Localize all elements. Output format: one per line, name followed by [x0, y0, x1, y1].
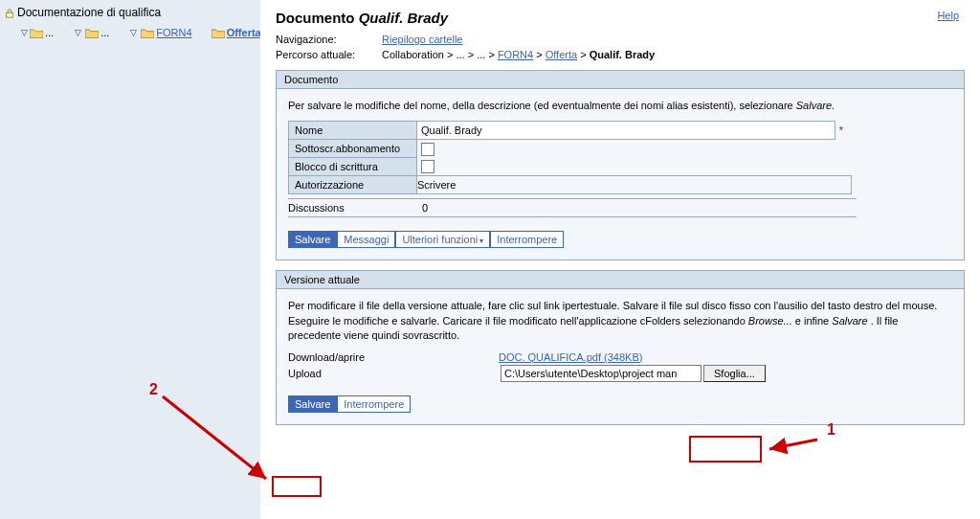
blocco-checkbox[interactable]: [421, 160, 434, 173]
svg-rect-0: [7, 12, 13, 17]
tree-title: Documentazione di qualifica: [4, 6, 256, 19]
breadcrumb: Percorso attuale: Collaboration > ... > …: [276, 49, 965, 60]
main-content: Help Documento Qualif. Brady Navigazione…: [260, 0, 980, 519]
tree-node-forn4[interactable]: ▽ FORN4: [128, 25, 260, 40]
crumb-dots2: ...: [477, 49, 485, 60]
label-discussions: Discussions: [288, 198, 416, 217]
crumb-sep: >: [536, 49, 545, 60]
crumb-current: Qualif. Brady: [590, 49, 655, 60]
nav-label: Navigazione:: [276, 34, 379, 45]
save-button[interactable]: Salvare: [288, 231, 337, 248]
caret-down-icon: ▾: [479, 237, 483, 245]
required-marker: *: [839, 124, 843, 136]
tree-toggle-icon[interactable]: ▽: [21, 28, 28, 38]
tree-node1[interactable]: ▽ ... ▽ FORN: [73, 23, 261, 42]
folder-icon: [212, 28, 225, 38]
ver-body-mid: e infine: [795, 315, 833, 327]
save-button-versione[interactable]: Salvare: [288, 395, 337, 413]
upload-label: Upload: [288, 368, 499, 379]
intro-text3: .: [832, 100, 835, 111]
nav-summary-link[interactable]: Riepilogo cartelle: [382, 34, 462, 45]
crumb-offerta[interactable]: Offerta: [546, 49, 577, 60]
page-title: Documento Qualif. Brady: [276, 10, 965, 26]
versione-buttons: Salvare Interrompere: [288, 395, 952, 413]
discussions-value: 0: [416, 198, 857, 217]
ver-body-browse: Browse...: [748, 315, 792, 327]
download-label: Download/aprire: [288, 351, 499, 363]
discussions-row: Discussions 0: [288, 198, 952, 217]
download-link[interactable]: DOC. QUALIFICA.pdf (348KB): [499, 351, 642, 363]
cancel-button-versione[interactable]: Interrompere: [337, 395, 411, 413]
tree-root[interactable]: ▽ ... ▽ ...: [21, 21, 256, 44]
more-functions-button[interactable]: Ulteriori funzioni▾: [395, 231, 490, 248]
crumb-collab: Collaboration: [382, 49, 444, 60]
tree: ▽ ... ▽ ...: [4, 21, 256, 44]
crumb-sep: >: [468, 49, 477, 60]
upload-path-input[interactable]: C:\Users\utente\Desktop\project man: [501, 365, 702, 382]
help-link[interactable]: Help: [937, 10, 959, 21]
download-row: Download/aprire DOC. QUALIFICA.pdf (348K…: [288, 351, 952, 363]
documento-header: Documento: [277, 71, 964, 89]
sottoscr-checkbox[interactable]: [421, 143, 434, 156]
folder-icon: [141, 28, 154, 38]
more-functions-label: Ulteriori funzioni: [402, 234, 478, 245]
tree-node-offerta[interactable]: Offerta: [212, 27, 261, 38]
label-nome: Nome: [289, 122, 417, 140]
label-auth: Autorizzazione: [289, 176, 417, 194]
intro-text1: Per salvare le modifiche del nome, della…: [288, 100, 796, 111]
crumb-forn4[interactable]: FORN4: [498, 49, 533, 60]
tree-root-label: ...: [45, 27, 54, 38]
intro-text2: Salvare: [796, 100, 832, 111]
ver-body-save: Salvare: [832, 315, 867, 327]
crumb-sep: >: [580, 49, 589, 60]
tree-title-text: Documentazione di qualifica: [17, 6, 161, 19]
tree-node1-label: ...: [100, 27, 109, 38]
documento-panel: Documento Per salvare le modifiche del n…: [276, 70, 965, 260]
versione-header: Versione attuale: [277, 271, 964, 289]
tree-link-forn4[interactable]: FORN4: [156, 27, 191, 38]
sidebar: Documentazione di qualifica ▽ ... ▽: [0, 0, 260, 519]
versione-panel: Versione attuale Per modificare il file …: [276, 270, 965, 424]
tree-toggle-icon[interactable]: ▽: [128, 28, 139, 38]
crumb-sep: >: [488, 49, 497, 60]
folder-icon: [85, 28, 99, 38]
documento-form: Nome * Sottoscr.abbonamento Blocco di sc…: [288, 121, 852, 194]
path-label: Percorso attuale:: [276, 49, 379, 60]
crumb-dots1: ...: [456, 49, 464, 60]
messages-button[interactable]: Messaggi: [337, 231, 395, 248]
documento-intro: Per salvare le modifiche del nome, della…: [288, 99, 952, 113]
crumb-sep: >: [447, 49, 456, 60]
folder-icon: [30, 28, 43, 38]
tree-link-offerta[interactable]: Offerta: [227, 27, 261, 38]
browse-button[interactable]: Sfoglia...: [703, 365, 766, 382]
tree-toggle-icon[interactable]: ▽: [73, 28, 83, 38]
title-prefix: Documento: [276, 10, 359, 26]
upload-row: Upload C:\Users\utente\Desktop\project m…: [288, 365, 952, 382]
lock-icon: [4, 6, 15, 19]
versione-body: Per modificare il file della versione at…: [288, 299, 952, 343]
documento-buttons: Salvare Messaggi Ulteriori funzioni▾ Int…: [288, 231, 952, 248]
label-sottoscr: Sottoscr.abbonamento: [289, 140, 417, 158]
label-blocco: Blocco di scrittura: [289, 158, 417, 176]
nome-input[interactable]: [417, 122, 628, 139]
auth-value: Scrivere: [417, 176, 852, 194]
navigation-row: Navigazione: Riepilogo cartelle: [276, 34, 965, 45]
cancel-button[interactable]: Interrompere: [490, 231, 564, 248]
title-name: Qualif. Brady: [359, 10, 448, 26]
